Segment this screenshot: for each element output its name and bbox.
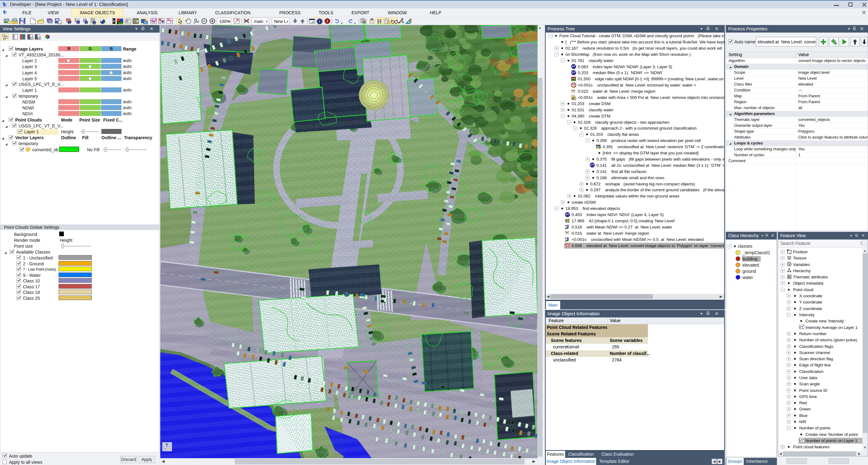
svg-text:1: 1 xyxy=(68,21,70,24)
svg-text:P: P xyxy=(170,19,172,24)
svg-text:3: 3 xyxy=(85,21,87,24)
svg-text:2: 2 xyxy=(77,21,79,24)
svg-text:4: 4 xyxy=(93,21,95,25)
